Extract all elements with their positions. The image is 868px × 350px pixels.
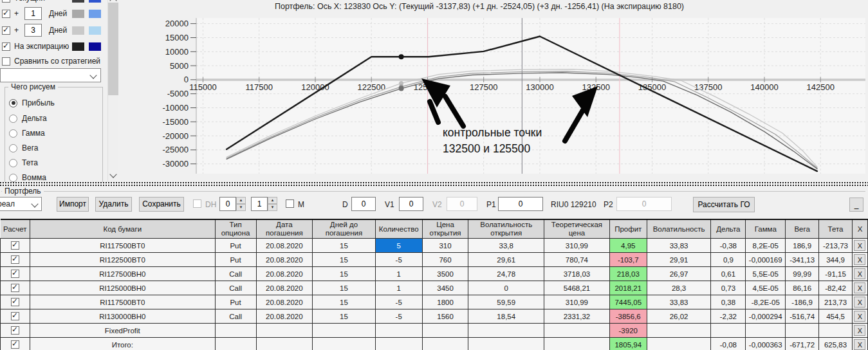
cell[interactable]: 186,9 [786,239,819,253]
row-calc-checkbox[interactable]: ✓ [11,326,19,335]
cell[interactable]: 20.08.2020 [256,239,313,253]
cell[interactable]: 33,83 [647,295,711,309]
cell[interactable]: 20.08.2020 [256,295,313,309]
cell[interactable]: 3500 [422,267,468,281]
cell[interactable]: 20.08.2020 [256,309,313,324]
cell[interactable]: -3856,6 [609,309,647,324]
radio-theta[interactable] [9,159,17,167]
cell[interactable]: 29,61 [468,253,544,267]
cell[interactable]: 33,8 [468,239,544,253]
cell[interactable]: Put [215,239,256,253]
cell[interactable]: 59,59 [468,295,544,309]
cell[interactable]: 0,73 [711,281,746,295]
cell[interactable] [215,324,256,338]
cell[interactable]: 5468,21 [544,281,610,295]
cell[interactable]: 28,3 [647,281,711,295]
column-header[interactable]: Расчет [1,219,30,239]
cell[interactable]: 15 [313,239,376,253]
cell[interactable]: RI122500BT0 [30,253,215,267]
cell[interactable]: 780,74 [544,253,610,267]
cell[interactable]: 18,54 [468,309,544,324]
column-header[interactable]: Тета [819,219,853,239]
column-header[interactable]: Количество [375,219,422,239]
column-header[interactable]: Цена открытия [422,219,468,239]
cell[interactable]: -341,13 [786,253,819,267]
cell[interactable]: 1 [375,267,422,281]
cell[interactable]: 310,99 [544,239,610,253]
cell[interactable] [746,324,786,338]
column-header[interactable]: X [852,219,867,239]
cell[interactable]: RI117500BT0 [30,239,215,253]
cell[interactable]: 5,5E-05 [746,267,786,281]
radio-vega[interactable] [9,144,17,152]
scrollbar-thumb[interactable] [108,3,118,95]
radio-delta[interactable] [9,115,17,123]
cell[interactable]: 20.08.2020 [256,253,313,267]
color-swatch[interactable] [89,0,101,3]
cell[interactable]: Put [215,253,256,267]
spinner2-arrows[interactable]: ▲▼ [268,197,277,211]
cell[interactable]: 3718,03 [544,267,610,281]
cell[interactable] [375,338,422,350]
scroll-down-button[interactable] [108,170,118,180]
column-header[interactable]: Теоретическая цена [544,219,610,239]
cell[interactable]: -213,73 [819,239,853,253]
color-swatch[interactable] [72,0,84,3]
dh-spinner2[interactable] [251,197,268,211]
radio-gamma[interactable] [9,129,17,138]
cell[interactable]: -2,32 [711,309,746,324]
portfolio-select[interactable]: реал [0,197,42,211]
remove-row-button[interactable]: X [854,339,865,350]
cell[interactable]: 33,83 [647,239,711,253]
cell[interactable]: -0,000294 [746,309,786,324]
cell[interactable]: -8,2E-05 [746,295,786,309]
row-calc-checkbox[interactable]: ✓ [11,284,19,292]
cell[interactable]: -82,42 [819,281,853,295]
spinner1-arrows[interactable]: ▲▼ [236,197,246,211]
cell[interactable]: 15 [313,281,376,295]
cell[interactable]: 1 [375,281,422,295]
cell[interactable]: 218,03 [609,267,647,281]
column-header[interactable]: Дней до погашения [313,219,376,239]
color-swatch[interactable] [89,10,101,18]
current-checkbox[interactable]: ✓ [2,0,10,3]
cell[interactable]: RI125000BH0 [30,281,215,295]
cell[interactable]: 15 [313,267,376,281]
cell[interactable]: -5 [375,295,422,309]
dh-checkbox[interactable]: ✓ [193,199,201,208]
column-header[interactable]: Дата погашения [256,219,313,239]
cell[interactable]: 625,83 [819,338,853,350]
cell[interactable] [422,338,468,350]
p2-input[interactable] [616,197,672,211]
color-swatch[interactable] [72,42,84,51]
cell[interactable]: 86,16 [786,281,819,295]
cell[interactable] [544,338,610,350]
cell[interactable]: 0,61 [711,267,746,281]
cell[interactable]: -91,15 [819,267,853,281]
cell[interactable]: 20.08.2020 [256,267,313,281]
cell[interactable]: 7445,05 [609,295,647,309]
cell[interactable]: 20.08.2020 [256,281,313,295]
cell[interactable]: 344,9 [819,253,853,267]
cell[interactable]: -0,000169 [746,253,786,267]
delete-button[interactable]: Удалить [95,197,132,212]
column-header[interactable]: Тип опциона [215,219,256,239]
cell[interactable] [256,338,313,350]
cell[interactable]: 15 [313,253,376,267]
cell[interactable]: -0,38 [711,239,746,253]
cell[interactable]: 760 [422,253,468,267]
cell[interactable] [313,338,376,350]
radio-row-delta[interactable]: Дельта [9,113,47,124]
cell[interactable]: 26,02 [647,309,711,324]
radio-row-vega[interactable]: Вега [9,142,38,154]
v1-input[interactable] [399,197,423,211]
cell[interactable]: 1805,94 [609,338,647,350]
remove-row-button[interactable]: X [854,325,865,336]
m-checkbox[interactable]: ✓ [286,199,294,208]
column-header[interactable]: Код бумаги [30,219,215,239]
days1-input[interactable] [24,7,42,20]
cell[interactable]: -5 [375,309,422,324]
cell[interactable]: -5 [375,253,422,267]
cell[interactable]: FixedProfit [30,324,215,338]
cell[interactable]: 4,95 [609,239,647,253]
